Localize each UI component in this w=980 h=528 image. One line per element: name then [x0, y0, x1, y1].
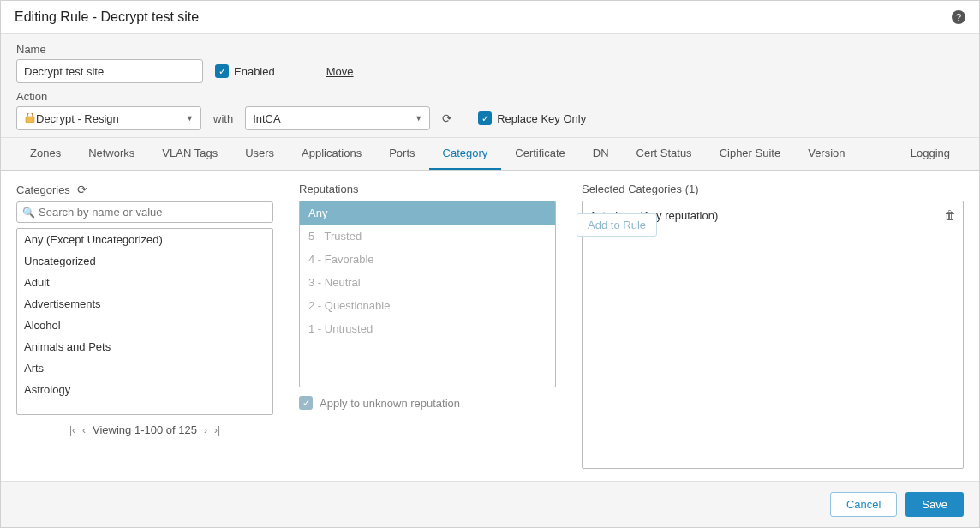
dialog-title: Editing Rule - Decrypt test site [15, 9, 199, 25]
tab-vlan-tags[interactable]: VLAN Tags [148, 138, 231, 170]
chevron-down-icon: ▼ [186, 114, 194, 123]
tab-zones[interactable]: Zones [16, 138, 75, 170]
categories-list[interactable]: Any (Except Uncategorized) Uncategorized… [16, 228, 273, 415]
tab-users[interactable]: Users [231, 138, 288, 170]
tab-ports[interactable]: Ports [375, 138, 428, 170]
cancel-button[interactable]: Cancel [830, 492, 897, 517]
refresh-icon[interactable]: ⟳ [77, 183, 87, 196]
list-item[interactable]: Astrology [17, 379, 272, 400]
tab-version[interactable]: Version [794, 138, 858, 170]
first-page-icon[interactable]: |‹ [69, 424, 75, 436]
search-icon: 🔍 [22, 207, 35, 219]
tab-logging[interactable]: Logging [897, 138, 964, 170]
prev-page-icon[interactable]: ‹ [82, 424, 86, 436]
categories-title: Categories [16, 183, 70, 196]
list-item[interactable]: Alcohol [17, 315, 272, 336]
list-item[interactable]: Animals and Pets [17, 336, 272, 357]
refresh-icon[interactable]: ⟳ [442, 111, 452, 125]
action-select[interactable]: Decrypt - Resign ▼ [16, 106, 201, 130]
tab-certificate[interactable]: Certificate [501, 138, 579, 170]
trash-icon[interactable]: 🗑 [944, 208, 956, 222]
tab-cipher-suite[interactable]: Cipher Suite [706, 138, 795, 170]
list-item[interactable]: 4 - Favorable [300, 248, 555, 271]
tab-applications[interactable]: Applications [288, 138, 375, 170]
pager: |‹ ‹ Viewing 1-100 of 125 › ›| [16, 423, 273, 436]
dialog-body: Categories ⟳ 🔍 Any (Except Uncategorized… [1, 171, 979, 481]
tab-cert-status[interactable]: Cert Status [623, 138, 706, 170]
action-value: Decrypt - Resign [36, 112, 119, 125]
name-input[interactable] [16, 59, 203, 83]
category-search[interactable]: 🔍 [16, 201, 273, 223]
ca-value: IntCA [253, 112, 281, 125]
name-row: Name ✓ Enabled Move Action Decrypt - Res… [1, 34, 979, 138]
enabled-checkbox[interactable]: ✓ [215, 64, 229, 78]
selected-title: Selected Categories (1) [582, 183, 699, 195]
apply-unknown-checkbox[interactable]: ✓ [299, 396, 313, 410]
tab-bar: Zones Networks VLAN Tags Users Applicati… [1, 138, 979, 171]
pager-label: Viewing 1-100 of 125 [93, 423, 197, 436]
name-label: Name [16, 43, 964, 56]
list-item[interactable]: 5 - Trusted [300, 225, 555, 248]
reputations-list[interactable]: Any 5 - Trusted 4 - Favorable 3 - Neutra… [299, 201, 556, 387]
move-link[interactable]: Move [326, 65, 354, 78]
ca-select[interactable]: IntCA ▼ [245, 106, 430, 130]
dialog-footer: Cancel Save [1, 481, 979, 527]
enabled-label: Enabled [234, 65, 275, 78]
next-page-icon[interactable]: › [204, 424, 207, 436]
last-page-icon[interactable]: ›| [214, 424, 220, 436]
list-item[interactable]: Any (Except Uncategorized) [17, 229, 272, 250]
reputations-column: Reputations Any 5 - Trusted 4 - Favorabl… [299, 183, 556, 469]
replace-key-checkbox[interactable]: ✓ [478, 111, 492, 125]
tab-category[interactable]: Category [429, 138, 502, 170]
list-item[interactable]: Uncategorized [17, 250, 272, 272]
tab-dn[interactable]: DN [579, 138, 623, 170]
search-input[interactable] [39, 206, 267, 219]
replace-key-label: Replace Key Only [497, 112, 586, 125]
svg-rect-0 [26, 117, 34, 123]
list-item[interactable]: 1 - Untrusted [300, 317, 555, 340]
tab-networks[interactable]: Networks [75, 138, 148, 170]
list-item[interactable]: 2 - Questionable [300, 294, 555, 317]
list-item[interactable]: Any [300, 201, 555, 225]
action-label: Action [16, 90, 964, 103]
save-button[interactable]: Save [905, 492, 964, 517]
reputations-title: Reputations [299, 183, 358, 195]
list-item[interactable]: 3 - Neutral [300, 271, 555, 294]
chevron-down-icon: ▼ [415, 114, 422, 123]
apply-unknown-label: Apply to unknown reputation [320, 397, 460, 410]
categories-column: Categories ⟳ 🔍 Any (Except Uncategorized… [16, 183, 273, 469]
list-item[interactable]: Adult [17, 272, 272, 293]
list-item[interactable]: Advertisements [17, 293, 272, 315]
add-to-rule-button[interactable]: Add to Rule [577, 213, 657, 237]
lock-icon [24, 113, 36, 123]
list-item[interactable]: Arts [17, 357, 272, 379]
with-label: with [213, 112, 233, 125]
dialog-header: Editing Rule - Decrypt test site ? [1, 1, 979, 34]
help-icon[interactable]: ? [952, 10, 965, 24]
selected-list: Astrology (Any reputation) 🗑 [582, 201, 964, 469]
edit-rule-dialog: Editing Rule - Decrypt test site ? Name … [0, 0, 980, 528]
